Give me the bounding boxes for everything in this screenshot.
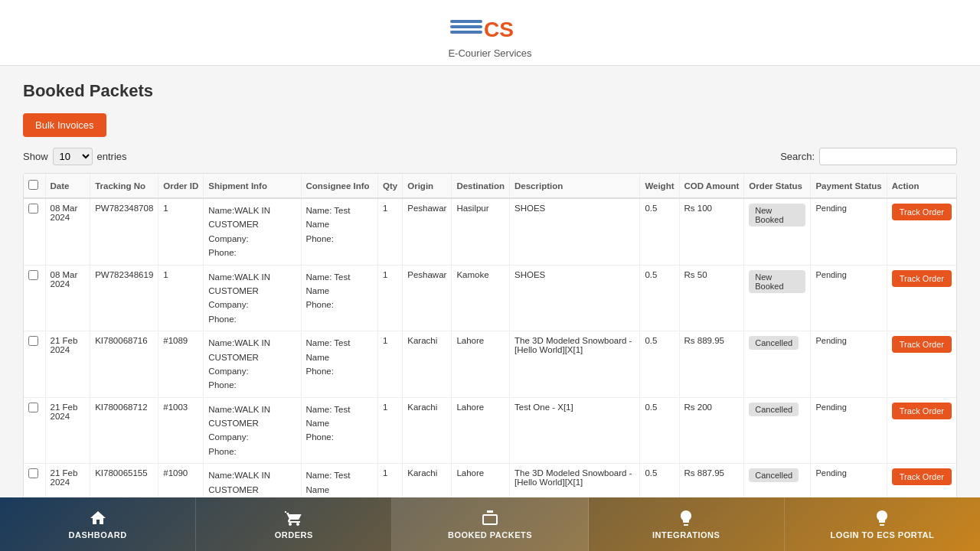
order-status-badge: Cancelled (749, 468, 799, 482)
row-checkbox-3[interactable] (28, 403, 38, 412)
cell-action: Track Order (887, 198, 956, 265)
nav-dashboard[interactable]: DASHBOARD (0, 497, 196, 551)
cell-consignee: Name: Test NamePhone: (301, 265, 378, 331)
cell-date: 21 Feb 2024 (45, 397, 90, 464)
cell-qty: 1 (378, 198, 403, 265)
nav-login-portal[interactable]: LOGIN TO ECS PORTAL (785, 497, 980, 551)
col-qty: Qty (378, 174, 403, 198)
order-status-badge: Cancelled (749, 336, 799, 350)
select-all-checkbox[interactable] (28, 180, 38, 190)
cell-date: 08 Mar 2024 (45, 265, 90, 331)
row-checkbox-cell (24, 397, 45, 464)
packets-table: Date Tracking No Order ID Shipment Info … (24, 174, 956, 551)
cell-cod: Rs 889.95 (679, 331, 744, 398)
col-tracking: Tracking No (90, 174, 158, 198)
cell-orderstatus: Cancelled (744, 397, 811, 464)
cell-description: The 3D Modeled Snowboard - [Hello World]… (510, 331, 640, 398)
cell-paymentstatus: Pending (811, 265, 887, 331)
cell-shipment: Name:WALK IN CUSTOMERCompany:Phone: (204, 198, 301, 265)
cell-date: 08 Mar 2024 (45, 198, 90, 265)
logo-container: CS E-Courier Services (0, 8, 980, 59)
cell-orderid: 1 (158, 265, 204, 331)
cell-destination: Kamoke (452, 265, 510, 331)
entries-label: entries (97, 151, 127, 162)
cell-destination: Lahore (452, 331, 510, 398)
entries-row: Show 10 25 50 100 entries Search: (23, 148, 957, 165)
nav-orders[interactable]: ORDERS (196, 497, 392, 551)
nav-login-portal-label: LOGIN TO ECS PORTAL (831, 530, 935, 540)
col-origin: Origin (403, 174, 452, 198)
col-weight: Weight (640, 174, 679, 198)
cell-qty: 1 (378, 397, 403, 464)
cell-description: SHOES (510, 198, 640, 265)
login-portal-icon (873, 509, 891, 527)
nav-booked-packets[interactable]: BOOKED PACKETS (392, 497, 588, 551)
col-orderid: Order ID (158, 174, 204, 198)
search-label: Search: (780, 151, 815, 162)
cell-qty: 1 (378, 331, 403, 398)
cell-weight: 0.5 (640, 397, 679, 464)
nav-integrations[interactable]: INTEGRATIONS (589, 497, 785, 551)
cell-weight: 0.5 (640, 265, 679, 331)
col-date: Date (45, 174, 90, 198)
cell-tracking: PW782348708 (90, 198, 158, 265)
cell-description: Test One - X[1] (510, 397, 640, 464)
cell-weight: 0.5 (640, 331, 679, 398)
cell-tracking: KI780068712 (90, 397, 158, 464)
track-order-button[interactable]: Track Order (892, 336, 952, 353)
cell-destination: Lahore (452, 397, 510, 464)
nav-orders-label: ORDERS (275, 530, 313, 540)
cell-orderstatus: Cancelled (744, 331, 811, 398)
cell-orderid: #1003 (158, 397, 204, 464)
row-checkbox-cell (24, 265, 45, 331)
entries-left: Show 10 25 50 100 entries (23, 148, 127, 165)
cell-origin: Karachi (403, 331, 452, 398)
cell-cod: Rs 200 (679, 397, 744, 464)
cell-shipment: Name:WALK IN CUSTOMERCompany:Phone: (204, 397, 301, 464)
home-icon (89, 509, 107, 527)
row-checkbox-2[interactable] (28, 336, 38, 346)
order-status-badge: New Booked (749, 270, 805, 293)
track-order-button[interactable]: Track Order (892, 270, 952, 287)
table-row: 21 Feb 2024 KI780068716 #1089 Name:WALK … (24, 331, 956, 398)
table-row: 08 Mar 2024 PW782348619 1 Name:WALK IN C… (24, 265, 956, 331)
col-cod: COD Amount (679, 174, 744, 198)
row-checkbox-0[interactable] (28, 204, 38, 214)
track-order-button[interactable]: Track Order (892, 468, 952, 485)
col-destination: Destination (452, 174, 510, 198)
cell-tracking: KI780068716 (90, 331, 158, 398)
cell-cod: Rs 100 (679, 198, 744, 265)
show-label: Show (23, 151, 48, 162)
col-description: Description (510, 174, 640, 198)
cell-destination: Hasilpur (452, 198, 510, 265)
cart-icon (285, 509, 303, 527)
cell-origin: Peshawar (403, 265, 452, 331)
search-input[interactable] (819, 148, 957, 165)
table-wrapper: Date Tracking No Order ID Shipment Info … (23, 173, 957, 551)
cell-action: Track Order (887, 331, 956, 398)
cell-orderid: #1089 (158, 331, 204, 398)
cell-orderid: 1 (158, 198, 204, 265)
nav-booked-packets-label: BOOKED PACKETS (448, 530, 532, 540)
row-checkbox-1[interactable] (28, 270, 38, 280)
logo-subtitle: E-Courier Services (448, 47, 531, 59)
bulk-invoices-button[interactable]: Bulk Invoices (23, 113, 106, 137)
track-order-button[interactable]: Track Order (892, 403, 952, 419)
cell-consignee: Name: Test NamePhone: (301, 397, 378, 464)
payment-status-text: Pending (815, 468, 846, 478)
track-order-button[interactable]: Track Order (892, 204, 952, 220)
table-header-row: Date Tracking No Order ID Shipment Info … (24, 174, 956, 198)
cell-origin: Karachi (403, 397, 452, 464)
cell-paymentstatus: Pending (811, 331, 887, 398)
row-checkbox-cell (24, 198, 45, 265)
svg-text:CS: CS (484, 18, 514, 41)
cell-action: Track Order (887, 397, 956, 464)
row-checkbox-4[interactable] (28, 468, 38, 478)
cell-action: Track Order (887, 265, 956, 331)
header: CS E-Courier Services (0, 0, 980, 66)
entries-select[interactable]: 10 25 50 100 (53, 148, 93, 165)
cell-consignee: Name: Test NamePhone: (301, 198, 378, 265)
cell-shipment: Name:WALK IN CUSTOMERCompany:Phone: (204, 331, 301, 398)
page-title: Booked Packets (23, 81, 957, 101)
col-consignee: Consignee Info (301, 174, 378, 198)
